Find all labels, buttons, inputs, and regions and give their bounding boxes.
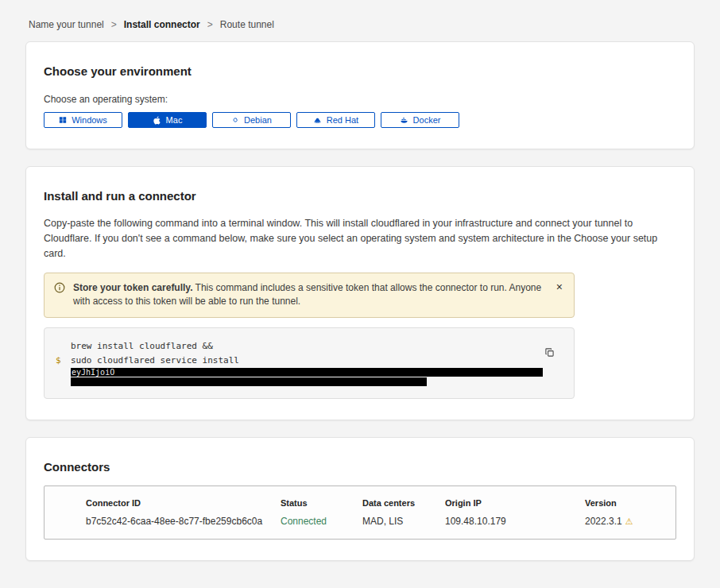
connectors-table: Connector ID Status Data centers Origin …: [44, 485, 676, 540]
breadcrumb-step-install-connector: Install connector: [124, 19, 200, 30]
breadcrumb-step-route-tunnel: Route tunnel: [220, 19, 274, 30]
breadcrumb-separator: >: [111, 19, 117, 30]
connectors-table-header: Connector ID Status Data centers Origin …: [45, 498, 675, 508]
info-icon: [54, 282, 65, 297]
version-value: 2022.3.1 ⚠: [585, 516, 666, 527]
os-button-mac[interactable]: Mac: [128, 112, 207, 128]
os-button-label: Mac: [166, 115, 183, 125]
docker-icon: [400, 116, 408, 125]
install-connector-title: Install and run a connector: [44, 189, 676, 203]
os-button-row: Windows Mac Debian Red Hat Docker: [44, 112, 676, 128]
version-number: 2022.3.1: [585, 516, 622, 527]
os-button-docker[interactable]: Docker: [381, 112, 459, 128]
os-button-debian[interactable]: Debian: [212, 112, 291, 128]
shell-prompt: $: [56, 338, 64, 386]
column-header-status: Status: [281, 498, 362, 508]
origin-ip-value: 109.48.10.179: [445, 516, 585, 527]
breadcrumb-separator: >: [207, 19, 213, 30]
column-header-version: Version: [585, 498, 666, 508]
install-command-codeblock: $ brew install cloudflared && sudo cloud…: [44, 327, 575, 399]
connectors-title: Connectors: [44, 460, 676, 474]
windows-icon: [59, 116, 67, 124]
environment-card-title: Choose your environment: [44, 64, 676, 78]
os-button-windows[interactable]: Windows: [44, 112, 122, 128]
redacted-token-line-2: [71, 377, 427, 386]
install-connector-description: Copy-paste the following command into a …: [44, 216, 676, 261]
token-warning-banner: Store your token carefully. This command…: [44, 273, 575, 318]
breadcrumb: Name your tunnel > Install connector > R…: [0, 0, 720, 41]
column-header-connector-id: Connector ID: [86, 498, 281, 508]
apple-icon: [153, 116, 161, 125]
redhat-icon: [313, 116, 322, 125]
command-line-2: sudo cloudflared service install: [71, 354, 563, 367]
connector-id-value: b7c52c42-6caa-48ee-8c77-fbe259cb6c0a: [86, 516, 281, 527]
breadcrumb-step-name-your-tunnel[interactable]: Name your tunnel: [29, 19, 104, 30]
os-button-label: Red Hat: [327, 115, 358, 125]
debian-icon: [231, 116, 239, 124]
token-warning-text: Store your token carefully. This command…: [73, 281, 542, 308]
data-centers-value: MAD, LIS: [362, 516, 445, 527]
copy-icon[interactable]: [544, 347, 555, 360]
command-line-1: brew install cloudflared &&: [71, 338, 563, 354]
close-icon[interactable]: ×: [555, 281, 564, 292]
install-connector-card: Install and run a connector Copy-paste t…: [25, 166, 695, 420]
redacted-token-line-1: eyJhIjoiO: [71, 368, 543, 377]
os-button-redhat[interactable]: Red Hat: [296, 112, 375, 128]
install-command: brew install cloudflared && sudo cloudfl…: [71, 338, 563, 386]
connector-row: b7c52c42-6caa-48ee-8c77-fbe259cb6c0a Con…: [45, 516, 675, 527]
os-button-label: Docker: [413, 115, 441, 125]
environment-card: Choose your environment Choose an operat…: [25, 41, 695, 149]
os-select-label: Choose an operating system:: [44, 94, 676, 105]
os-button-label: Debian: [244, 115, 272, 125]
os-button-label: Windows: [72, 115, 107, 125]
column-header-data-centers: Data centers: [362, 498, 445, 508]
status-badge: Connected: [281, 516, 362, 527]
connectors-card: Connectors Connector ID Status Data cent…: [25, 437, 695, 561]
column-header-origin-ip: Origin IP: [445, 498, 585, 508]
token-warning-bold: Store your token carefully.: [73, 282, 193, 293]
version-warning-icon: ⚠: [625, 516, 633, 527]
